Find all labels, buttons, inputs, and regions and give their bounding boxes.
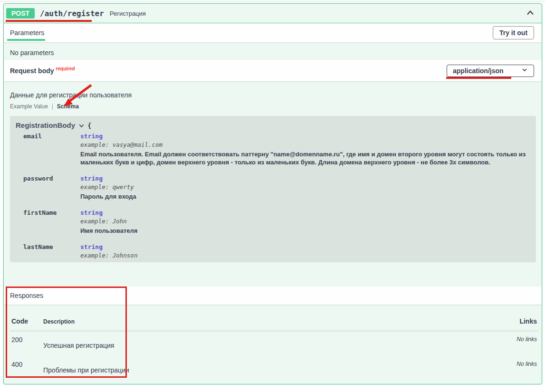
model-name: RegistrationBody [16,121,75,129]
parameters-header-row: Parameters Try it out [4,23,542,42]
try-it-out-button[interactable]: Try it out [493,26,534,39]
response-links: No links [480,336,537,356]
chevron-up-icon [526,9,535,19]
model-view-tabs: Example Value Schema [10,103,79,110]
property-type: string [80,209,530,216]
chevron-down-icon [521,67,528,75]
responses-table-header: Code Description Links [10,305,538,331]
opblock-post-auth-register: POST /auth/register Регистрация Paramete… [3,3,542,384]
page-divider [0,1,545,1]
response-row-400: 400 Проблемы при регистрации No links [10,356,538,381]
response-links: No links [480,361,537,381]
property-row-password: password string example: qwerty Пароль д… [23,175,530,201]
column-header-description: Description [43,317,480,325]
property-name: email [23,133,80,167]
tab-parameters[interactable]: Parameters [10,24,45,41]
property-row-firstname: firstName string example: John Имя польз… [23,209,530,235]
property-example: example: qwerty [80,183,530,191]
model-properties: email string example: vasya@mail.com Ema… [23,133,530,262]
tab-schema[interactable]: Schema [57,103,79,110]
method-badge: POST [6,8,35,19]
required-flag: required [56,66,75,71]
property-description: Имя пользователя [80,227,529,235]
property-example: example: vasya@mail.com [80,141,530,148]
response-description: Проблемы при регистрации [43,361,480,381]
property-row-lastname: lastName string example: Johnson Фамилия… [23,243,530,262]
response-code: 400 [11,361,43,381]
property-name: password [23,175,80,201]
content-type-select[interactable]: application/json [447,65,534,77]
property-name: firstName [23,209,80,235]
request-body-header-row: Request body required application/json [4,60,542,81]
response-code: 200 [11,336,43,356]
property-description: Фамилия пользователя [80,261,529,262]
response-row-200: 200 Успешная регистрация No links [10,331,538,356]
request-body-title: Request body [10,67,54,75]
tab-example-value[interactable]: Example Value [10,103,48,110]
property-description: Пароль для входа [80,193,529,201]
model-open-brace: { [87,122,91,129]
schema-model-box: RegistrationBody { email string example:… [10,116,536,262]
tab-divider [52,104,53,110]
no-parameters-text: No parameters [10,49,54,57]
property-type: string [80,133,530,140]
property-example: example: John [80,218,530,225]
operation-path: /auth/register [40,9,104,18]
property-type: string [80,243,530,250]
content-type-value: application/json [453,67,504,75]
request-body-description: Данные для регистрации пользователя [10,91,132,99]
property-example: example: Johnson [80,252,530,259]
model-title-row[interactable]: RegistrationBody { [16,121,530,129]
response-description: Успешная регистрация [43,336,480,356]
chevron-down-icon[interactable] [78,123,85,129]
swagger-operation-page: { "colors": { "method_green": "#49cc90",… [0,0,545,392]
property-name: lastName [23,243,80,262]
operation-summary-header[interactable]: POST /auth/register Регистрация [4,4,542,23]
property-description: Email пользователя. Email должен соответ… [80,151,529,167]
column-header-links: Links [480,317,537,325]
column-header-code: Code [11,317,43,325]
operation-summary-text: Регистрация [110,10,146,17]
property-type: string [80,175,530,182]
responses-header-row: Responses [4,287,542,305]
property-row-email: email string example: vasya@mail.com Ema… [23,133,530,167]
responses-title: Responses [10,292,43,299]
collapse-operation-button[interactable] [525,8,536,19]
responses-table: Code Description Links 200 Успешная реги… [10,305,538,381]
